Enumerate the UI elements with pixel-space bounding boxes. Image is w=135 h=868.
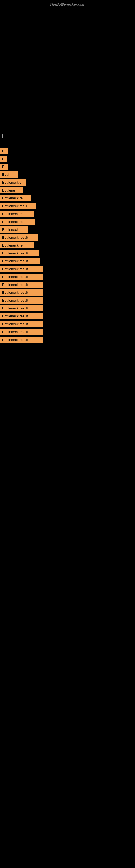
list-item: Bottleneck result	[0, 266, 43, 272]
list-item: Bottleneck result	[0, 250, 39, 256]
list-item: Bottleneck result	[0, 258, 40, 264]
list-item: Bottleneck result	[0, 337, 43, 343]
bottleneck-list: BEBBottlBottleneck dBottleneBottleneck r…	[0, 148, 135, 344]
list-item: E	[0, 156, 7, 162]
list-item: Bottleneck d	[0, 179, 26, 186]
list-item: Bottleneck re	[0, 211, 34, 217]
page-indicator: |	[2, 133, 3, 138]
list-item: B	[0, 148, 8, 154]
list-item: B	[0, 163, 8, 170]
list-item: Bottleneck re	[0, 195, 31, 201]
list-item: Bottl	[0, 172, 17, 178]
list-item: Bottleneck result	[0, 235, 38, 241]
list-item: Bottleneck res	[0, 219, 35, 225]
list-item: Bottleneck resul	[0, 203, 37, 209]
list-item: Bottleneck result	[0, 297, 43, 304]
list-item: Bottleneck result	[0, 289, 43, 296]
list-item: Bottleneck result	[0, 329, 43, 335]
list-item: Bottleneck re	[0, 242, 34, 248]
list-item: Bottleneck result	[0, 282, 43, 288]
list-item: Bottleneck result	[0, 274, 43, 280]
list-item: Bottleneck	[0, 226, 28, 233]
site-title: TheBottlenecker.com	[0, 2, 135, 6]
list-item: Bottleneck result	[0, 321, 43, 327]
list-item: Bottleneck result	[0, 313, 43, 319]
list-item: Bottlene	[0, 187, 23, 193]
list-item: Bottleneck result	[0, 305, 43, 311]
